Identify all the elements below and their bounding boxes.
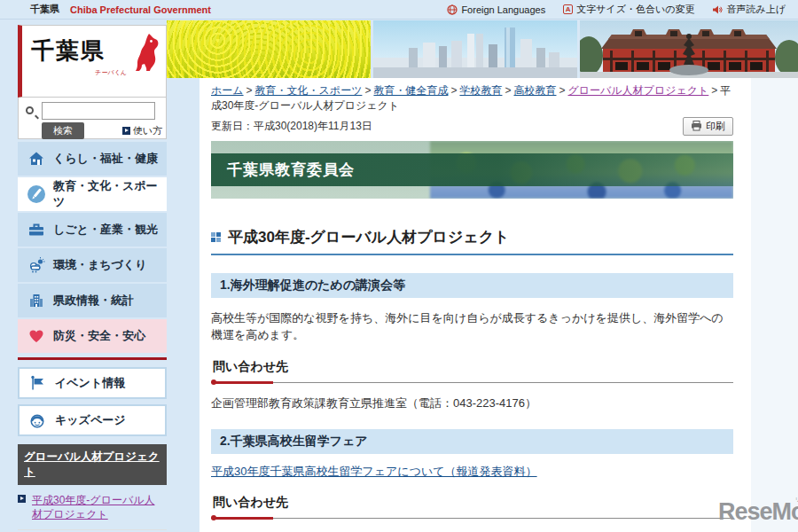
speaker-icon: [712, 4, 723, 15]
section2-heading: 2.千葉県高校生留学フェア: [211, 429, 733, 454]
breadcrumb-link-home[interactable]: ホーム: [211, 84, 244, 97]
fair-press-release-link[interactable]: 平成30年度千葉県高校生留学フェアについて（報道発表資料）: [211, 465, 537, 478]
sidebar-item-label: 環境・まちづくり: [53, 257, 147, 273]
text-size-link[interactable]: A 文字サイズ・色合いの変更: [563, 3, 694, 16]
contact-heading: 問い合わせ先: [213, 359, 733, 375]
sidebar-link-h30-project[interactable]: 平成30年度-グローバル人材プロジェクト: [18, 485, 167, 530]
breadcrumb-separator: >: [246, 84, 253, 97]
top-utility-bar: 千葉県 Chiba Prefectural Government Foreign…: [0, 0, 798, 20]
briefcase-icon: [27, 220, 46, 239]
mascot-caption: チーバくん: [95, 68, 127, 77]
search-icon: [26, 106, 34, 114]
kids-label: キッズページ: [55, 412, 126, 428]
section1-contact: 企画管理部教育政策課教育立県推進室（電話：043-223-4176）: [211, 395, 733, 412]
breadcrumb-separator: >: [505, 84, 511, 97]
house-icon: [27, 149, 46, 168]
search-area: 検索 使い方: [18, 98, 167, 139]
arrow-square-icon: [122, 127, 130, 135]
breadcrumb: ホーム>教育・文化・スポーツ>教育・健全育成>学校教育>高校教育>グローバル人材…: [211, 83, 733, 114]
city-skyline-photo: [373, 20, 577, 78]
breadcrumb-separator: >: [450, 84, 457, 97]
sidebar: 千葉県 チーバくん 検索 使い方 くらし・福祉・健康 教育・文化・スポーツ: [18, 25, 167, 532]
arrow-square-icon: [18, 495, 26, 503]
right-margin: [751, 78, 798, 532]
flag-icon: [27, 373, 47, 393]
chiba-kun-mascot-icon: [129, 33, 161, 74]
banner-title: 千葉県教育委員会: [211, 160, 355, 180]
sidebar-item-label: くらし・福祉・健康: [53, 151, 158, 167]
sidebar-item-label: 防災・安全・安心: [53, 328, 145, 344]
board-of-education-banner: 千葉県教育委員会: [211, 141, 733, 199]
pencil-icon: [27, 184, 46, 204]
kids-face-icon: [27, 411, 47, 430]
foreign-languages-label: Foreign Languages: [461, 4, 545, 15]
breadcrumb-separator: >: [364, 84, 371, 97]
flower-field-photo: [167, 20, 371, 78]
heart-icon: [27, 326, 46, 346]
text-size-label: 文字サイズ・色合いの変更: [576, 3, 694, 16]
section1-body: 高校生等が国際的な視野を持ち、海外に目を向け自らが成長するきっかけを提供し、海外…: [211, 309, 733, 344]
events-label: イベント情報: [55, 375, 125, 391]
sidebar-item-kankyo[interactable]: 環境・まちづくり: [18, 248, 167, 282]
speech-readout-label: 音声読み上げ: [726, 3, 786, 16]
breadcrumb-link-koko[interactable]: 高校教育: [513, 84, 556, 97]
environment-icon: [27, 255, 46, 275]
project-link-label[interactable]: 平成30年度-グローバル人材プロジェクト: [32, 494, 154, 520]
resemom-watermark: リセマム ReseMom.: [718, 500, 798, 524]
site-name-english: Chiba Prefectural Government: [70, 4, 211, 15]
text-size-icon: A: [563, 4, 573, 14]
search-help-label: 使い方: [133, 124, 162, 137]
search-input[interactable]: [42, 102, 155, 120]
title-squares-icon: [211, 232, 221, 242]
sidebar-item-kurashi[interactable]: くらし・福祉・健康: [18, 142, 167, 176]
contact-underline: [211, 514, 733, 519]
updated-date: 更新日：平成30(2018)年11月13日: [211, 119, 372, 134]
sidebar-item-label: 県政情報・統計: [53, 293, 134, 309]
breadcrumb-separator: >: [711, 84, 717, 97]
sidebar-item-label: 教育・文化・スポーツ: [53, 178, 167, 210]
breadcrumb-separator: >: [559, 84, 565, 97]
contact-underline: [211, 379, 733, 383]
page-title: 平成30年度-グローバル人材プロジェクト: [228, 227, 510, 247]
speech-readout-link[interactable]: 音声読み上げ: [712, 3, 786, 16]
gov-building-icon: [27, 291, 46, 310]
watermark-text: ReseMom.: [718, 498, 798, 525]
search-button[interactable]: 検索: [42, 122, 84, 139]
title-underline: [211, 254, 733, 255]
contact-heading: 問い合わせ先: [213, 495, 733, 511]
breadcrumb-link-global[interactable]: グローバル人材プロジェクト: [567, 84, 708, 97]
sidebar-item-bousai[interactable]: 防災・安全・安心: [18, 319, 167, 353]
sidebar-item-label: しごと・産業・観光: [53, 222, 158, 238]
prefecture-logo[interactable]: 千葉県 チーバくん: [18, 25, 167, 98]
print-label: 印刷: [706, 120, 725, 133]
watermark-ruby: リセマム: [794, 497, 798, 502]
breadcrumb-link-kyoiku[interactable]: 教育・文化・スポーツ: [255, 84, 363, 97]
breadcrumb-link-gakko[interactable]: 学校教育: [459, 84, 502, 97]
red-building-photo: [580, 20, 798, 78]
globe-icon: [447, 4, 458, 15]
section1-heading: 1.海外理解促進のための講演会等: [211, 273, 733, 298]
sidebar-item-events[interactable]: イベント情報: [18, 367, 167, 399]
sidebar-item-shigoto[interactable]: しごと・産業・観光: [18, 213, 167, 246]
print-button[interactable]: 印刷: [683, 117, 733, 136]
main-content: ホーム>教育・文化・スポーツ>教育・健全育成>学校教育>高校教育>グローバル人材…: [200, 78, 751, 532]
foreign-languages-link[interactable]: Foreign Languages: [447, 4, 545, 15]
sidebar-menu: くらし・福祉・健康 教育・文化・スポーツ しごと・産業・観光 環境・まちづくり …: [18, 142, 167, 353]
sidebar-item-kensei[interactable]: 県政情報・統計: [18, 284, 167, 317]
sidebar-item-kyoiku[interactable]: 教育・文化・スポーツ: [18, 177, 167, 211]
banner-band: 千葉県教育委員会: [211, 153, 733, 186]
header-photo-strip: [167, 20, 798, 78]
sidebar-item-kids[interactable]: キッズページ: [18, 404, 167, 436]
sidebar-divider: [18, 357, 167, 360]
project-nav-title[interactable]: グローバル人材プロジェクト: [18, 444, 167, 485]
breadcrumb-link-kenzen[interactable]: 教育・健全育成: [373, 84, 448, 97]
site-name: 千葉県: [30, 3, 59, 16]
search-help-link[interactable]: 使い方: [122, 124, 162, 137]
printer-icon: [691, 121, 702, 131]
